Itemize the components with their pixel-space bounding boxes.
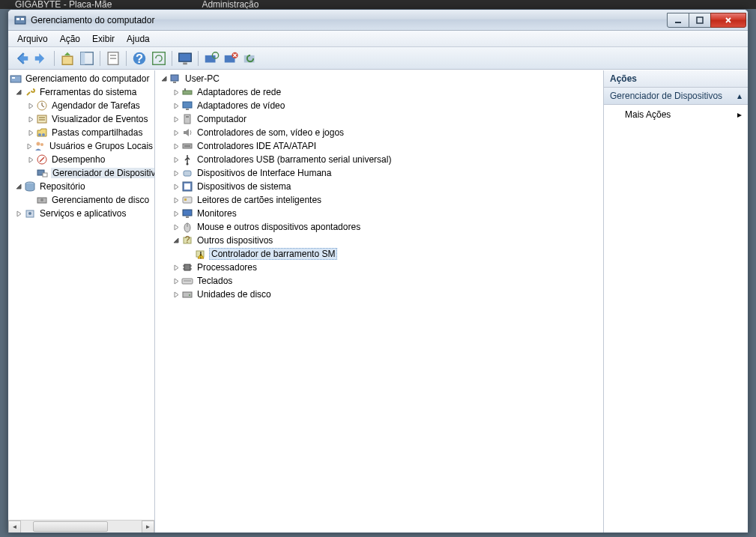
device-category[interactable]: Computador: [155, 112, 603, 126]
device-category[interactable]: Controladores de som, vídeo e jogos: [155, 126, 603, 139]
menu-file[interactable]: Arquivo: [11, 31, 54, 46]
expand-icon[interactable]: [172, 88, 181, 97]
device-category[interactable]: Dispositivos de Interface Humana: [155, 166, 603, 180]
up-button[interactable]: [58, 49, 76, 67]
expand-icon[interactable]: [172, 195, 181, 204]
refresh-button[interactable]: [150, 49, 168, 67]
tree-shared-folders[interactable]: Pastas compartilhadas: [8, 126, 154, 139]
collapse-icon[interactable]: [160, 74, 169, 83]
actions-section[interactable]: Gerenciador de Dispositivos ▴: [604, 88, 748, 105]
svg-rect-15: [205, 55, 216, 62]
tree-system-tools[interactable]: Ferramentas do sistema: [8, 85, 154, 99]
device-category[interactable]: Monitores: [155, 207, 603, 220]
device-category[interactable]: Adaptadores de rede: [155, 85, 603, 99]
window-title: Gerenciamento do computador: [31, 15, 668, 25]
tree-services-apps[interactable]: Serviços e aplicativos: [8, 207, 154, 220]
scroll-thumb[interactable]: [33, 521, 108, 532]
device-category[interactable]: Controladores IDE ATA/ATAPI: [155, 139, 603, 153]
tree-disk-mgmt[interactable]: Gerenciamento de disco: [8, 193, 154, 207]
device-category[interactable]: ? Outros dispositivos: [155, 234, 603, 247]
maximize-button[interactable]: [689, 13, 711, 28]
scan-hardware-button[interactable]: [202, 49, 220, 67]
svg-rect-52: [183, 197, 192, 203]
svg-rect-41: [184, 88, 186, 91]
browser-tab[interactable]: GIGABYTE - Placa-Mãe: [15, 0, 112, 9]
close-button[interactable]: [710, 13, 746, 28]
tree-device-manager[interactable]: Gerenciador de Dispositivos: [8, 166, 154, 180]
expand-icon[interactable]: [172, 128, 181, 137]
event-icon: [36, 113, 48, 125]
collapse-triangle-icon: ▴: [737, 91, 742, 101]
collapse-icon[interactable]: [14, 182, 23, 191]
expand-icon[interactable]: [172, 290, 181, 299]
expand-icon[interactable]: [26, 128, 35, 137]
help-button[interactable]: ?: [130, 49, 148, 67]
svg-point-48: [187, 163, 189, 166]
expand-icon[interactable]: [172, 209, 181, 218]
expand-icon[interactable]: [26, 142, 33, 151]
monitor-icon[interactable]: [176, 49, 194, 67]
expand-icon[interactable]: [14, 209, 23, 218]
expand-icon[interactable]: [26, 155, 35, 164]
svg-text:!: !: [199, 250, 202, 261]
category-icon: [181, 140, 193, 152]
expand-icon[interactable]: [26, 115, 35, 124]
browser-tab[interactable]: Administração: [202, 0, 258, 9]
back-button[interactable]: [13, 49, 31, 67]
expand-icon[interactable]: [172, 101, 181, 110]
scroll-track[interactable]: [21, 521, 142, 533]
tree-task-scheduler[interactable]: Agendador de Tarefas: [8, 99, 154, 112]
device-category[interactable]: Adaptadores de vídeo: [155, 99, 603, 112]
svg-rect-4: [697, 17, 703, 23]
category-icon: [181, 261, 193, 273]
tree-users-groups[interactable]: Usuários e Grupos Locais: [8, 139, 154, 153]
forward-button[interactable]: [32, 49, 50, 67]
expand-icon[interactable]: [172, 182, 181, 191]
scroll-left-button[interactable]: ◄: [8, 521, 21, 533]
expand-icon[interactable]: [172, 222, 181, 231]
expand-icon[interactable]: [172, 155, 181, 164]
device-item[interactable]: ! Controlador de barramento SM: [155, 247, 603, 261]
expand-icon[interactable]: [172, 142, 181, 151]
device-category[interactable]: Controladores USB (barramento serial uni…: [155, 153, 603, 166]
uninstall-button[interactable]: [222, 49, 240, 67]
device-category[interactable]: Mouse e outros dispositivos apontadores: [155, 220, 603, 234]
menu-help[interactable]: Ajuda: [121, 31, 156, 46]
svg-rect-39: [173, 82, 176, 83]
tree-performance[interactable]: Desempenho: [8, 153, 154, 166]
collapse-icon[interactable]: [172, 236, 181, 245]
expand-icon[interactable]: [172, 169, 181, 178]
menu-view[interactable]: Exibir: [86, 31, 121, 46]
minimize-button[interactable]: [667, 13, 689, 28]
show-hide-tree-button[interactable]: [78, 49, 96, 67]
svg-rect-44: [184, 115, 190, 124]
scroll-right-button[interactable]: ►: [142, 521, 154, 533]
svg-point-37: [28, 212, 31, 215]
device-category[interactable]: Dispositivos de sistema: [155, 180, 603, 193]
device-root[interactable]: User-PC: [155, 72, 603, 85]
category-icon: [181, 180, 193, 192]
device-category[interactable]: Unidades de disco: [155, 288, 603, 301]
expand-icon[interactable]: [26, 101, 35, 110]
update-driver-button[interactable]: [241, 49, 259, 67]
device-category[interactable]: Teclados: [155, 274, 603, 288]
collapse-icon[interactable]: [14, 88, 23, 97]
titlebar[interactable]: Gerenciamento do computador: [8, 10, 748, 31]
svg-rect-13: [179, 53, 192, 61]
svg-rect-20: [10, 76, 21, 82]
expand-icon[interactable]: [172, 263, 181, 272]
device-category[interactable]: Processadores: [155, 261, 603, 274]
properties-button[interactable]: [104, 49, 122, 67]
category-icon: [181, 275, 193, 287]
actions-pane: Ações Gerenciador de Dispositivos ▴ Mais…: [604, 70, 748, 533]
menu-action[interactable]: Ação: [54, 31, 86, 46]
expand-icon[interactable]: [172, 276, 181, 285]
tree-event-viewer[interactable]: Visualizador de Eventos: [8, 112, 154, 126]
device-category[interactable]: Leitores de cartões inteligentes: [155, 193, 603, 207]
more-actions-item[interactable]: Mais Ações ▸: [604, 105, 748, 124]
expand-icon[interactable]: [172, 115, 181, 124]
svg-rect-2: [21, 18, 24, 20]
horizontal-scrollbar[interactable]: ◄ ►: [8, 520, 154, 533]
tree-storage[interactable]: Repositório: [8, 180, 154, 193]
tree-root[interactable]: Gerenciamento do computador: [8, 72, 154, 85]
